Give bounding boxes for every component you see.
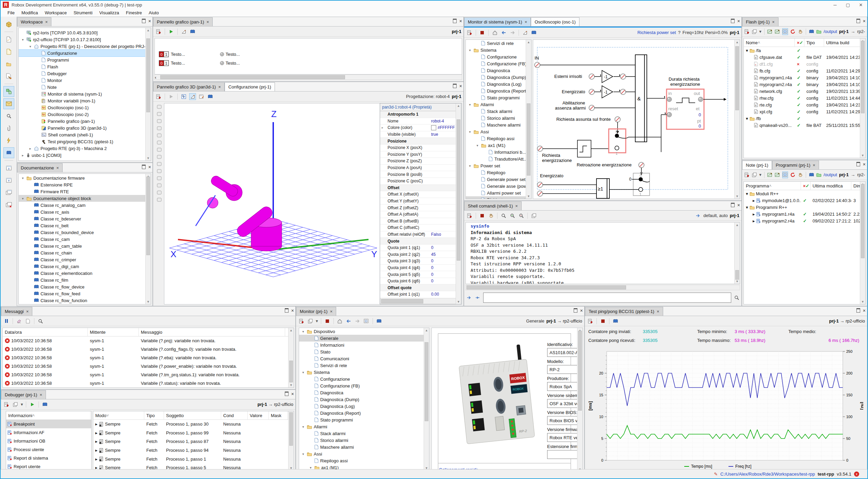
info-list-item[interactable]: Report di sistema — [6, 454, 91, 462]
column-header[interactable]: Ultima build — [824, 38, 866, 47]
scroll-left-icon[interactable]: ‹ — [155, 75, 156, 80]
flash-bolt-icon[interactable] — [3, 135, 14, 146]
table-row[interactable]: arhw.cfg✓config11/02/2021 14:44:00 — [744, 95, 865, 101]
vertical-scrollbar[interactable]: ▲▼ — [860, 182, 865, 304]
pan1-hscrollbar[interactable]: ‹ — [154, 75, 462, 80]
property-row[interactable]: Offset joint 1 (oj1)0.00 — [380, 291, 456, 298]
scrollbar-thumb[interactable] — [289, 361, 293, 382]
float-panel-icon[interactable] — [285, 392, 289, 396]
vertical-scrollbar[interactable]: ▲▼ — [145, 174, 151, 304]
window-next-icon[interactable] — [3, 163, 14, 174]
tab-close-icon[interactable]: × — [56, 165, 59, 170]
tree-item[interactable]: Diagnostica — [466, 67, 531, 74]
tab-close-icon[interactable]: × — [515, 203, 518, 209]
drag-icon[interactable] — [798, 171, 803, 178]
tree-item[interactable]: Diagnostica — [299, 389, 429, 396]
search-messages-icon[interactable] — [37, 318, 44, 325]
tab-shell-comandi-shell-1-[interactable]: Shell comandi (shell-1)× — [464, 201, 522, 210]
tree-item[interactable]: ▾Power set — [466, 162, 531, 169]
tree-item[interactable]: Classe rc_analog_cam — [19, 202, 151, 209]
close-panel-icon[interactable]: × — [148, 19, 151, 23]
column-header[interactable]: Programma ˄ — [744, 182, 801, 190]
tree-item[interactable]: Stato programmi — [466, 94, 531, 101]
copy-icon[interactable] — [12, 401, 19, 408]
property-row[interactable]: Offset quote — [380, 284, 456, 291]
scrollbar-thumb[interactable] — [466, 285, 626, 290]
property-row[interactable]: Nomerobot-4 — [380, 118, 456, 125]
zoom-out-icon[interactable] — [518, 212, 525, 219]
property-row[interactable]: Quota joint 5 (qj5)0 — [380, 271, 456, 278]
home-page-icon[interactable] — [337, 318, 343, 325]
tab-workspace[interactable]: Workspace× — [17, 17, 51, 26]
tree-item[interactable]: Allarmi power set — [466, 189, 531, 196]
tree-item[interactable]: Riepilogo — [466, 169, 531, 176]
table-row[interactable]: ▸myprogram1.r4a✓19/04/2021 14:50:272.22 — [744, 211, 865, 217]
tab-close-icon[interactable]: × — [330, 309, 333, 314]
table-row[interactable]: afb.cfg✓config11/02/2021 14:29:16 — [744, 67, 865, 74]
tree-expander-icon[interactable]: ▸ — [753, 198, 755, 203]
search-history-icon[interactable] — [733, 294, 740, 301]
tab-monitor-di-sistema-sysm-1-[interactable]: Monitor di sistema (sysm-1)× — [464, 17, 531, 26]
run-icon[interactable] — [29, 401, 36, 408]
open-file-icon[interactable] — [3, 46, 14, 57]
menu-aiuto[interactable]: Aiuto — [145, 9, 162, 16]
table-row[interactable]: ▸myprogram2.r4a✓09/02/2022 17:21:21102 — [744, 217, 865, 224]
property-row[interactable]: Posizione X (posX) — [380, 145, 456, 151]
tree-item[interactable]: Stato programmi — [299, 416, 429, 423]
column-header[interactable]: Mittente — [88, 328, 139, 336]
row-expander-icon[interactable]: ▸ — [95, 457, 98, 462]
scroll-down-icon[interactable]: ▼ — [735, 194, 740, 199]
tree-item[interactable]: ▾Assi — [299, 450, 429, 457]
mail-icon[interactable] — [3, 98, 14, 109]
copy-output-icon[interactable] — [530, 212, 537, 219]
scrollbar-thumb[interactable] — [457, 119, 460, 261]
scrollbar-thumb[interactable] — [381, 299, 423, 303]
link-objects-icon[interactable] — [3, 86, 14, 97]
shell-output[interactable]: sysinfoInformazioni di sistemaRP-2 da Ro… — [465, 222, 740, 284]
cube-shape-icon[interactable] — [157, 119, 162, 123]
tree-expander-icon[interactable]: ▾ — [21, 176, 25, 180]
float-panel-icon[interactable] — [453, 19, 457, 23]
scrollbar-thumb[interactable] — [146, 177, 150, 255]
tree-item[interactable]: Stack allarmi — [466, 108, 531, 115]
scrollbar-thumb[interactable] — [425, 342, 428, 421]
dropdown-arrow-icon[interactable]: ▾ — [759, 172, 761, 177]
tree-expander-icon[interactable]: ▸ — [28, 147, 32, 150]
tab-configurazione-prj-1-[interactable]: Configurazione (prj-1) — [225, 82, 275, 91]
tree-item[interactable]: ▸Progetto RTE (prj-3) - Macchina 2 — [19, 145, 151, 152]
tab-close-icon[interactable]: × — [657, 309, 659, 314]
tree-item[interactable]: Test ping/pong BCC/31 (pptest-1) — [19, 138, 151, 145]
scroll-up-icon[interactable]: ▲ — [424, 328, 429, 333]
folder-icon[interactable] — [3, 59, 14, 69]
tree-item[interactable]: Stato — [299, 348, 429, 355]
tree-item[interactable]: Trasduttore/Att... — [466, 155, 531, 162]
close-panel-icon[interactable]: × — [148, 165, 151, 169]
scroll-up-icon[interactable]: ▲ — [456, 103, 461, 108]
scroll-down-icon[interactable]: ▼ — [860, 299, 865, 304]
design-mode-icon[interactable] — [522, 29, 528, 36]
robot-shape-icon[interactable] — [157, 169, 162, 174]
property-row[interactable]: Offset relativi (relOff)Falso — [380, 231, 456, 238]
tree-item[interactable]: Configurazione — [299, 376, 429, 382]
tree-expander-icon[interactable]: ▾ — [475, 144, 479, 147]
help-icon[interactable] — [530, 29, 537, 36]
tree-item[interactable]: Diagnostica (Dump) — [299, 396, 429, 403]
close-panel-icon[interactable]: × — [459, 19, 462, 23]
property-row[interactable]: Posizione — [380, 138, 456, 145]
column-header[interactable]: Ultima modifica — [810, 182, 851, 190]
menu-finestre[interactable]: Finestre — [122, 9, 145, 16]
package-box-icon[interactable] — [3, 19, 14, 30]
message-row[interactable]: 10/03/2022 10:36:58sysm-1Variabile (?.co… — [3, 345, 294, 353]
vertical-scrollbar[interactable]: ▲▼ — [424, 328, 429, 470]
tree-expander-icon[interactable]: ▾ — [301, 370, 305, 374]
vertical-scrollbar[interactable]: ▲▼ — [734, 222, 740, 284]
table-row[interactable]: anetwork.cfg✓config19/02/2021 13:39:46 — [744, 88, 865, 95]
close-panel-icon[interactable]: × — [737, 203, 740, 207]
tab-oscilloscopio-osc-1-[interactable]: Oscilloscopio (osc-1) — [531, 17, 579, 26]
tree-item[interactable]: Classe rc_elementlocation — [19, 270, 151, 277]
current-page-link[interactable]: Richiesta power set — [637, 30, 676, 35]
tree-item[interactable]: Classe rc_flow_feed — [19, 290, 151, 297]
refresh-icon[interactable] — [782, 171, 788, 178]
maximize-button[interactable]: ▢ — [841, 1, 854, 9]
pause-messages-icon[interactable] — [3, 318, 10, 325]
